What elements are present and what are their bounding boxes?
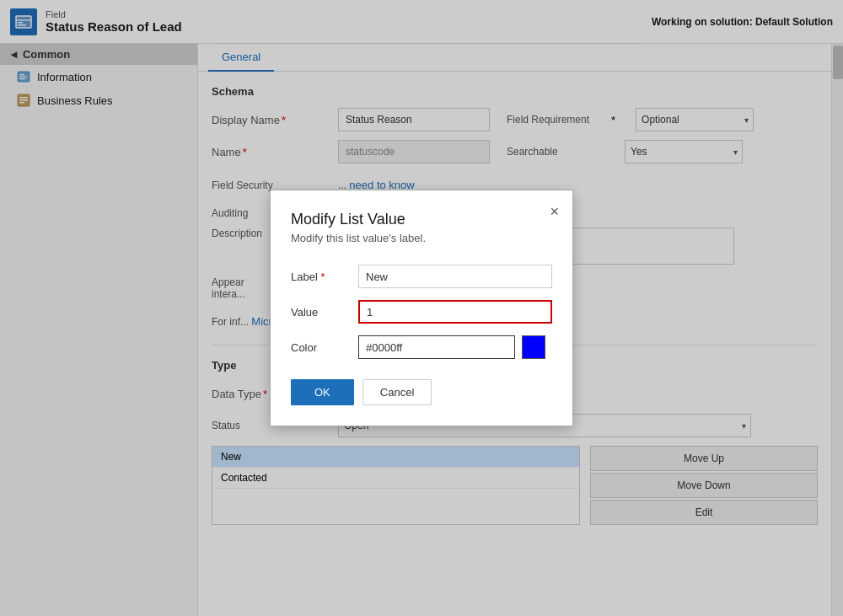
dialog-close-button[interactable]: × <box>550 204 559 219</box>
dialog-title: Modify List Value <box>291 211 552 228</box>
color-input-group <box>358 335 545 359</box>
label-field-row: Label * <box>291 265 552 288</box>
value-field-input[interactable] <box>358 300 552 324</box>
ok-button[interactable]: OK <box>291 379 354 405</box>
color-field-label: Color <box>291 341 358 354</box>
value-field-row: Value <box>291 300 552 324</box>
dialog-subtitle: Modify this list value's label. <box>291 232 552 244</box>
dialog-overlay: × Modify List Value Modify this list val… <box>0 0 843 616</box>
value-field-label: Value <box>291 306 358 319</box>
modify-list-value-dialog: × Modify List Value Modify this list val… <box>270 190 573 426</box>
color-swatch[interactable] <box>522 335 545 359</box>
label-field-input[interactable] <box>358 265 552 288</box>
color-field-row: Color <box>291 335 552 359</box>
dialog-buttons: OK Cancel <box>291 379 552 405</box>
color-field-input[interactable] <box>358 335 515 359</box>
label-field-label: Label * <box>291 271 358 283</box>
cancel-button[interactable]: Cancel <box>362 379 432 405</box>
